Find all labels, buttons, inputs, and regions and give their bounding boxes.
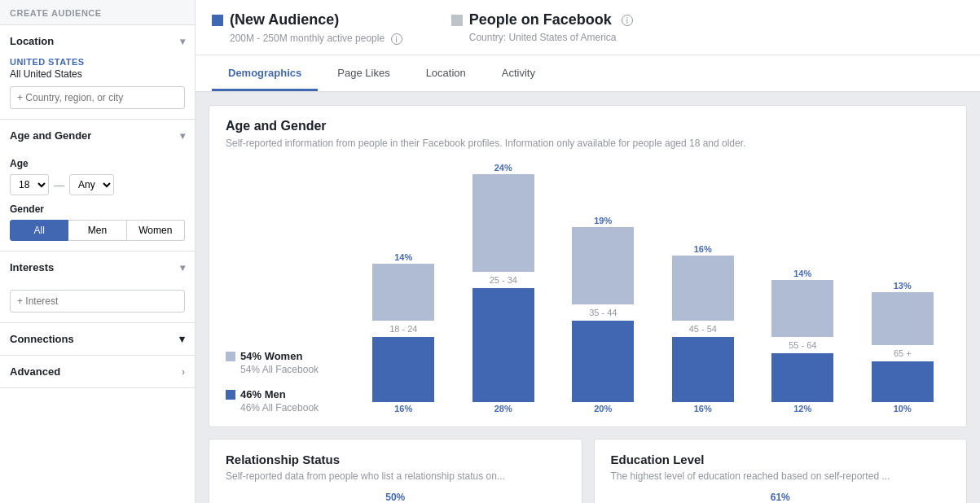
- sidebar-connections-toggle[interactable]: Connections ▾: [0, 323, 195, 355]
- bar-groups: 14% 18 - 24 16% 24% 25 - 34 28% 19%: [356, 163, 950, 413]
- tab-location[interactable]: Location: [410, 55, 482, 91]
- education-card: Education Level The highest level of edu…: [594, 439, 968, 503]
- sidebar-section-location: Location ▾ United States All United Stat…: [0, 25, 195, 120]
- audience-header: (New Audience) 200M - 250M monthly activ…: [196, 0, 980, 55]
- sidebar-connections-label: Connections: [10, 333, 74, 345]
- gender-field-label: Gender: [10, 203, 185, 215]
- age-row: 18 — Any: [10, 174, 185, 195]
- men-pct-label: 20%: [594, 404, 612, 413]
- info-icon-2[interactable]: i: [622, 15, 633, 26]
- chevron-down-icon-4: ▾: [179, 333, 185, 345]
- location-input[interactable]: [10, 86, 185, 109]
- men-bar: [572, 321, 634, 402]
- people-section: People on Facebook i Country: United Sta…: [451, 11, 633, 43]
- chevron-down-icon: ▾: [180, 36, 185, 47]
- women-pct-label: 19%: [594, 216, 612, 225]
- men-pct-label: 12%: [793, 404, 811, 413]
- age-to-select[interactable]: Any: [69, 174, 114, 195]
- women-pct-label: 16%: [694, 244, 712, 254]
- women-bar: [472, 174, 534, 272]
- gender-btn-men[interactable]: Men: [68, 220, 126, 241]
- age-label: 45 - 54: [689, 324, 717, 334]
- tab-activity[interactable]: Activity: [486, 55, 552, 91]
- audience-subtitle: 200M - 250M monthly active people i: [212, 32, 402, 45]
- men-bar: [771, 353, 833, 402]
- sidebar: Create Audience Location ▾ United States…: [0, 0, 196, 503]
- sidebar-section-interests: Interests ▾: [0, 252, 195, 323]
- sidebar-advanced-label: Advanced: [10, 365, 60, 378]
- men-swatch: [226, 390, 235, 400]
- legend-men: 46% Men 46% All Facebook: [226, 388, 332, 413]
- age-gender-chart-title: Age and Gender: [226, 119, 950, 133]
- age-gender-chart-card: Age and Gender Self-reported information…: [209, 105, 967, 428]
- women-pct-label: 24%: [494, 163, 512, 173]
- women-pct-label: 14%: [793, 269, 811, 278]
- gender-row: All Men Women: [10, 220, 185, 241]
- audience-sub-text: 200M - 250M monthly active people: [230, 33, 385, 44]
- relationship-preview: 50%: [226, 492, 565, 503]
- sidebar-section-connections: Connections ▾: [0, 323, 195, 356]
- age-from-select[interactable]: 18: [10, 174, 49, 195]
- age-dash: —: [54, 179, 64, 191]
- men-bar: [372, 337, 434, 402]
- education-pct: 61%: [771, 492, 790, 503]
- sidebar-interests-label: Interests: [10, 261, 54, 273]
- women-legend-sub: 54% All Facebook: [240, 364, 332, 375]
- bar-group: 24% 25 - 34 28%: [456, 163, 552, 413]
- women-swatch: [226, 352, 235, 361]
- tabs-bar: Demographics Page Likes Location Activit…: [196, 55, 980, 92]
- sidebar-age-gender-toggle[interactable]: Age and Gender ▾: [0, 120, 195, 151]
- bar-group: 16% 45 - 54 16%: [656, 244, 751, 413]
- age-gender-content: Age 18 — Any Gender All Men Women: [0, 151, 195, 251]
- audience-title-section: (New Audience) 200M - 250M monthly activ…: [212, 11, 402, 45]
- main-content: (New Audience) 200M - 250M monthly activ…: [196, 0, 980, 503]
- sidebar-interests-content: [0, 283, 195, 322]
- bar-group: 13% 65 + 10%: [855, 281, 951, 413]
- chart-body: 54% Women 54% All Facebook 46% Men 46% A…: [226, 163, 950, 413]
- relationship-card-title: Relationship Status: [226, 453, 565, 466]
- sidebar-age-gender-label: Age and Gender: [10, 129, 91, 142]
- tab-demographics[interactable]: Demographics: [212, 55, 318, 91]
- tab-page-likes[interactable]: Page Likes: [321, 55, 406, 91]
- women-pct-label: 14%: [394, 252, 412, 262]
- bar-group: 14% 18 - 24 16%: [356, 252, 451, 413]
- sidebar-interests-toggle[interactable]: Interests ▾: [0, 252, 195, 283]
- sidebar-section-age-gender: Age and Gender ▾ Age 18 — Any Gender All…: [0, 120, 195, 252]
- sidebar-section-advanced: Advanced ›: [0, 356, 195, 388]
- chevron-right-icon: ›: [182, 366, 185, 378]
- bottom-cards: Relationship Status Self-reported data f…: [209, 439, 967, 503]
- sidebar-location-content: United States All United States: [0, 57, 195, 119]
- education-card-desc: The highest level of education reached b…: [611, 470, 951, 483]
- relationship-pct: 50%: [385, 492, 405, 503]
- age-label: 25 - 34: [490, 275, 517, 285]
- men-bar: [472, 288, 534, 402]
- men-bar: [872, 361, 934, 402]
- men-legend-label: 46% Men: [240, 388, 286, 400]
- sidebar-header: Create Audience: [0, 0, 195, 25]
- sidebar-location-toggle[interactable]: Location ▾: [0, 25, 195, 57]
- interests-input[interactable]: [10, 290, 185, 313]
- age-label: 35 - 44: [589, 308, 617, 317]
- age-gender-chart-desc: Self-reported information from people in…: [226, 137, 950, 151]
- men-pct-label: 28%: [494, 404, 512, 413]
- people-name: People on Facebook: [469, 11, 612, 28]
- chart-legend: 54% Women 54% All Facebook 46% Men 46% A…: [226, 350, 332, 413]
- location-country-label: United States: [10, 57, 185, 67]
- chevron-down-icon-2: ▾: [180, 130, 185, 142]
- location-country-sub: All United States: [10, 68, 185, 80]
- info-icon[interactable]: i: [391, 33, 402, 45]
- age-field-label: Age: [10, 158, 185, 169]
- legend-women: 54% Women 54% All Facebook: [226, 350, 332, 375]
- chevron-down-icon-3: ▾: [180, 262, 185, 273]
- age-label: 18 - 24: [389, 324, 417, 334]
- men-pct-label: 10%: [894, 404, 912, 413]
- education-card-title: Education Level: [611, 453, 951, 466]
- education-preview: 61%: [611, 492, 951, 503]
- women-bar: [771, 280, 833, 337]
- bar-group: 14% 55 - 64 12%: [755, 269, 850, 413]
- gender-btn-women[interactable]: Women: [127, 220, 185, 241]
- gender-btn-all[interactable]: All: [10, 220, 68, 241]
- people-sub: Country: United States of America: [469, 32, 633, 43]
- audience-title-row: (New Audience): [212, 11, 402, 28]
- sidebar-advanced-toggle[interactable]: Advanced ›: [0, 356, 195, 387]
